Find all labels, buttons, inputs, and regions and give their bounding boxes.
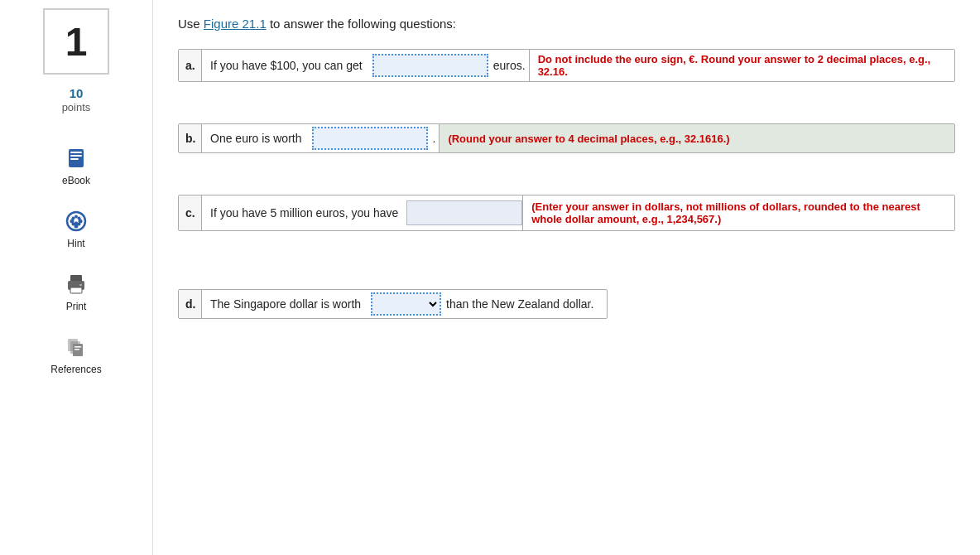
question-a-row: a. If you have $100, you can get euros. … [178, 49, 955, 82]
question-c-label: c. [179, 195, 202, 230]
question-b-suffix: . [430, 127, 440, 150]
question-d-block: d. The Singapore dollar is worth more le… [178, 289, 955, 319]
svg-point-10 [78, 217, 81, 220]
sidebar: 1 10 points eBook [0, 0, 153, 555]
hint-label: Hint [67, 238, 84, 249]
question-number: 1 [43, 8, 109, 75]
print-icon [63, 271, 89, 297]
question-c-hint: (Enter your answer in dollars, not milli… [522, 195, 954, 230]
svg-rect-3 [70, 158, 79, 160]
svg-rect-16 [70, 287, 82, 293]
question-d-select[interactable]: more less [371, 292, 441, 316]
question-b-input[interactable] [312, 127, 428, 150]
question-c-row: c. If you have 5 million euros, you have… [178, 195, 955, 231]
print-label: Print [66, 301, 87, 312]
question-c-block: c. If you have 5 million euros, you have… [178, 195, 955, 231]
svg-point-13 [74, 224, 79, 229]
svg-rect-14 [70, 275, 82, 282]
question-b-text: One euro is worth [202, 127, 310, 150]
hint-icon [63, 208, 89, 234]
points-box: 10 points [62, 86, 91, 113]
question-a-input[interactable] [372, 54, 488, 77]
ebook-label: eBook [62, 175, 90, 186]
question-a-label: a. [179, 50, 202, 81]
question-c-input[interactable] [406, 200, 522, 225]
points-value: 10 [70, 86, 84, 100]
question-d-text: The Singapore dollar is worth [202, 292, 369, 316]
question-d-label: d. [179, 290, 202, 318]
question-d-suffix: than the New Zealand dollar. [443, 292, 607, 316]
svg-point-5 [74, 215, 78, 219]
sidebar-item-ebook[interactable]: eBook [43, 138, 109, 193]
svg-rect-2 [70, 155, 82, 157]
points-label: points [62, 101, 91, 113]
svg-rect-17 [79, 284, 82, 286]
intro-prefix: Use [178, 17, 204, 31]
intro-text: Use Figure 21.1 to answer the following … [178, 17, 955, 31]
question-d-row: d. The Singapore dollar is worth more le… [178, 289, 608, 319]
question-b-row: b. One euro is worth . (Round your answe… [178, 123, 955, 153]
question-b-label: b. [179, 124, 202, 152]
question-a-suffix: euros. [490, 54, 529, 77]
question-b-block: b. One euro is worth . (Round your answe… [178, 123, 955, 153]
question-b-hint: (Round your answer to 4 decimal places, … [439, 124, 954, 152]
question-a-block: a. If you have $100, you can get euros. … [178, 49, 955, 82]
question-c-text: If you have 5 million euros, you have [202, 201, 406, 224]
svg-rect-22 [74, 349, 79, 350]
references-icon [63, 334, 89, 360]
svg-rect-21 [74, 346, 81, 348]
svg-rect-1 [70, 152, 82, 153]
question-a-text: If you have $100, you can get [202, 54, 371, 77]
ebook-icon [63, 145, 89, 171]
intro-suffix: to answer the following questions: [267, 17, 456, 31]
question-a-hint: Do not include the euro sign, €. Round y… [529, 50, 954, 81]
references-label: References [50, 364, 101, 375]
sidebar-item-references[interactable]: References [43, 327, 109, 382]
sidebar-item-hint[interactable]: Hint [43, 201, 109, 256]
figure-link[interactable]: Figure 21.1 [204, 17, 267, 31]
main-content: Use Figure 21.1 to answer the following … [153, 0, 980, 555]
svg-point-9 [72, 217, 75, 220]
sidebar-item-print[interactable]: Print [43, 264, 109, 319]
